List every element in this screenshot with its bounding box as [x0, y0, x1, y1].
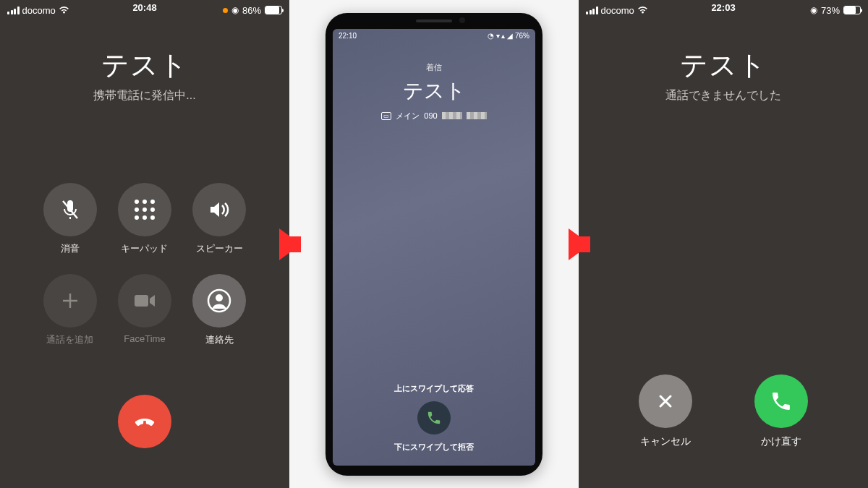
plus-icon [43, 274, 97, 328]
speaker-button[interactable]: スピーカー [192, 183, 246, 255]
android-caller-number: ▭ メイン 090 [333, 111, 535, 121]
signal-icon [7, 7, 20, 14]
ios-calling-screen: docomo ◉ 86% 20:48 テスト 携帯電話に発信中... 消音 キ [0, 0, 289, 488]
failed-call-actions: キャンセル かけ直す [579, 374, 868, 448]
contacts-button[interactable]: 連絡先 [192, 274, 246, 346]
speaker-icon [192, 183, 246, 236]
carrier-label: docomo [22, 5, 56, 16]
android-status-time: 22:10 [339, 32, 357, 40]
recording-indicator-icon [223, 8, 228, 13]
android-status-bar: 22:10 ◔ ▾ ▴ ◢ 76% [339, 32, 529, 40]
sim-icon: ▭ [381, 112, 391, 120]
caller-name: テスト [579, 47, 868, 84]
phone-icon [754, 374, 808, 428]
arrow-icon [569, 228, 590, 260]
speaker-label: スピーカー [196, 242, 243, 255]
carrier-label: docomo [601, 5, 634, 16]
phone-hangup-icon [132, 408, 158, 435]
battery-icon [843, 6, 861, 14]
android-incoming-photo: 22:10 ◔ ▾ ▴ ◢ 76% 着信 テスト ▭ メイン 090 上にスワイ… [289, 0, 579, 488]
arrow-icon [279, 228, 301, 260]
keypad-icon [118, 183, 171, 236]
keypad-button[interactable]: キーパッド [118, 183, 171, 255]
sim-label: メイン [396, 111, 420, 121]
call-status: 通話できませんでした [579, 88, 868, 103]
wifi-icon [59, 6, 69, 14]
add-call-label: 通話を追加 [46, 333, 93, 346]
signal-icon [586, 7, 598, 14]
status-time: 22:03 [711, 2, 735, 13]
clock-icon: ◉ [231, 5, 239, 15]
caller-header: テスト 通話できませんでした [579, 47, 868, 103]
mute-label: 消音 [61, 242, 80, 255]
caller-header: テスト 携帯電話に発信中... [0, 47, 289, 103]
contacts-label: 連絡先 [205, 333, 234, 346]
swipe-up-label: 上にスワイプして応答 [333, 383, 535, 394]
video-icon [118, 274, 171, 328]
redacted-number [442, 112, 462, 119]
mute-icon [43, 183, 97, 236]
battery-percent: 86% [242, 5, 261, 16]
cancel-label: キャンセル [640, 435, 691, 448]
battery-icon [265, 6, 282, 14]
android-status-right: ◔ ▾ ▴ ◢ 76% [488, 32, 529, 40]
front-camera [459, 17, 465, 23]
battery-percent: 73% [821, 5, 840, 16]
earpiece [416, 20, 452, 22]
svg-rect-1 [135, 295, 148, 307]
facetime-button[interactable]: FaceTime [118, 274, 171, 346]
redacted-number [467, 112, 487, 119]
caller-name: テスト [0, 47, 289, 84]
android-screen: 22:10 ◔ ▾ ▴ ◢ 76% 着信 テスト ▭ メイン 090 上にスワイ… [333, 29, 535, 466]
callback-button[interactable]: かけ直す [754, 374, 808, 448]
mute-button[interactable]: 消音 [43, 183, 97, 255]
close-icon [639, 374, 692, 428]
swipe-down-label: 下にスワイプして拒否 [333, 442, 535, 453]
svg-point-3 [216, 294, 223, 301]
add-call-button[interactable]: 通話を追加 [43, 274, 97, 346]
keypad-label: キーパッド [121, 242, 168, 255]
contact-icon [192, 274, 246, 328]
incoming-label: 着信 [333, 62, 535, 73]
android-swipe-controls: 上にスワイプして応答 下にスワイプして拒否 [333, 383, 535, 453]
callback-label: かけ直す [761, 435, 801, 448]
wifi-icon [637, 6, 648, 14]
call-controls-grid: 消音 キーパッド スピーカー 通話を追加 FaceTime [33, 183, 257, 346]
android-caller-header: 着信 テスト ▭ メイン 090 [333, 29, 535, 121]
answer-button[interactable] [417, 401, 451, 435]
call-status: 携帯電話に発信中... [0, 88, 289, 103]
end-call-button[interactable] [118, 395, 171, 448]
ios-call-failed-screen: docomo ◉ 73% 22:03 テスト 通話できませんでした キャンセル … [579, 0, 868, 488]
facetime-label: FaceTime [124, 333, 165, 344]
phone-icon [426, 410, 442, 426]
number-prefix: 090 [424, 111, 437, 120]
cancel-button[interactable]: キャンセル [639, 374, 692, 448]
status-time: 20:48 [132, 2, 156, 13]
clock-icon: ◉ [810, 5, 817, 15]
android-device-frame: 22:10 ◔ ▾ ▴ ◢ 76% 着信 テスト ▭ メイン 090 上にスワイ… [326, 13, 542, 476]
android-caller-name: テスト [333, 77, 535, 105]
